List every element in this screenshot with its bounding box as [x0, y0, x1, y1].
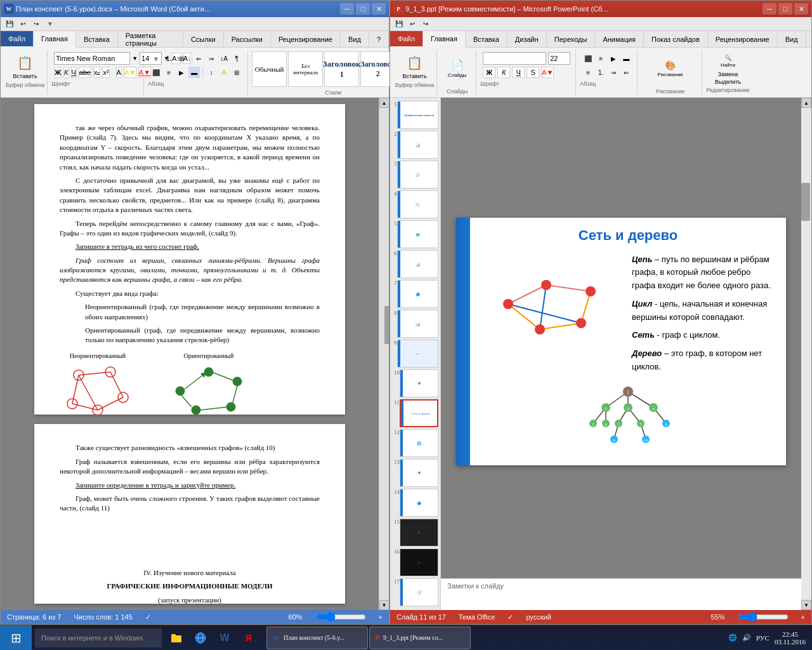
slide-thumb-9[interactable]: ─	[397, 340, 439, 368]
slide-thumb-4[interactable]: 📉	[397, 190, 439, 218]
pp-tab-view[interactable]: Вид	[778, 31, 806, 48]
taskbar-word-icon[interactable]: W	[213, 627, 236, 649]
pp-align-left-btn[interactable]: ⬛	[582, 53, 594, 64]
taskbar-yandex-icon[interactable]: Я	[237, 627, 260, 649]
word-sort-btn[interactable]: ↕A	[218, 53, 230, 64]
slide-thumb-16[interactable]: ■	[400, 548, 438, 576]
slide-thumb-13[interactable]: 👁	[400, 459, 438, 487]
word-underline-btn[interactable]: Ч	[71, 67, 77, 78]
word-scroll-thumb[interactable]	[384, 306, 390, 344]
word-font-name[interactable]	[54, 52, 130, 65]
slide-thumb-3[interactable]: 📈	[397, 161, 439, 189]
word-justify-btn[interactable]: ▬	[188, 67, 200, 78]
pp-replace-btn[interactable]: Замена	[716, 70, 740, 78]
pp-font-size[interactable]	[548, 52, 570, 65]
word-linespace-btn[interactable]: ↕	[206, 67, 217, 78]
taskbar-search[interactable]: Поиск в интернете и в Windows	[35, 628, 162, 647]
pp-italic-btn[interactable]: К	[497, 67, 510, 78]
pp-undo-btn[interactable]: ↩	[407, 18, 418, 30]
start-button[interactable]: ⊞	[0, 625, 32, 651]
pp-tab-insert[interactable]: Вставка	[466, 31, 508, 48]
word-align-left-btn[interactable]: ⬛	[150, 67, 162, 78]
pp-zoom-slider[interactable]	[738, 612, 789, 622]
word-sup-btn[interactable]: x²	[102, 67, 109, 78]
pp-notes-area[interactable]: Заметки к слайду	[441, 578, 801, 610]
slide-thumb-7[interactable]: 🔷	[397, 280, 439, 308]
word-redo-btn[interactable]: ↪	[30, 18, 42, 30]
taskbar-network-icon[interactable]: 🌐	[728, 633, 737, 642]
word-tab-view[interactable]: Вид	[341, 31, 369, 48]
pp-paste-btn[interactable]: 📋 Вставить	[401, 53, 429, 81]
slide-thumb-17[interactable]: 📝	[400, 578, 438, 606]
word-strikethrough-btn[interactable]: abe	[79, 67, 91, 78]
word-tab-mail[interactable]: Рассылки	[224, 31, 271, 48]
word-numbering-btn[interactable]: 1.	[163, 53, 174, 64]
pp-align-center-btn[interactable]: ≡	[595, 53, 606, 64]
style-h1[interactable]: Заголовок 1	[324, 51, 359, 87]
word-tab-help[interactable]: ?	[369, 31, 389, 48]
slide-thumb-15[interactable]: ■	[400, 519, 438, 547]
slide-thumb-11[interactable]: Сеть и дерево	[400, 399, 438, 427]
word-zoom-plus[interactable]: +	[379, 613, 383, 621]
word-borders-btn[interactable]: ⊞	[231, 67, 242, 78]
pp-tab-anim[interactable]: Анимация	[595, 31, 644, 48]
pp-tab-file[interactable]: Файл	[390, 31, 423, 48]
taskbar-browser-icon[interactable]	[189, 627, 212, 649]
slide-thumb-6[interactable]: 📊	[397, 250, 439, 278]
pp-arrange-btn[interactable]: 🎨 Рисование	[658, 51, 683, 86]
pp-tab-review[interactable]: Рецензирование	[708, 31, 778, 48]
pp-scroll-track[interactable]	[801, 108, 811, 600]
word-highlight-btn[interactable]: A▼	[124, 67, 136, 78]
word-zoom-slider[interactable]	[315, 612, 366, 622]
slide-thumb-10[interactable]: 👁	[400, 369, 438, 397]
pp-restore-btn[interactable]: □	[778, 3, 792, 15]
word-bullets-btn[interactable]: ≡	[150, 53, 162, 64]
word-scroll-down-btn[interactable]: ▼	[379, 600, 390, 610]
slide-thumb-14[interactable]: 🔷	[400, 489, 438, 517]
pp-shadow-btn[interactable]: S	[527, 67, 539, 78]
word-align-right-btn[interactable]: ▶	[176, 67, 187, 78]
slide-thumb-8[interactable]: 📊	[397, 310, 439, 338]
pp-fontcolor-btn[interactable]: A▼	[541, 67, 554, 78]
pp-outdent-btn[interactable]: ⇐	[620, 67, 632, 78]
pp-save-btn[interactable]: 💾	[393, 18, 405, 30]
word-outdent-btn[interactable]: ⇐	[193, 53, 204, 64]
word-multilevel-btn[interactable]: ⊞	[176, 53, 187, 64]
pp-current-slide[interactable]: Сеть и дерево	[456, 218, 786, 465]
pp-bullets-btn[interactable]: ≡	[582, 67, 594, 78]
taskbar-word-app[interactable]: W План конспект (5-6.у...	[266, 627, 368, 649]
word-tab-layout[interactable]: Разметка страницы	[118, 31, 183, 48]
word-restore-btn[interactable]: □	[356, 3, 370, 15]
pp-indent-btn[interactable]: ⇒	[608, 67, 619, 78]
pp-tab-design[interactable]: Дизайн	[508, 31, 547, 48]
word-paste-btn[interactable]: 📋 Вставить	[11, 53, 39, 81]
pp-tab-transitions[interactable]: Переходы	[547, 31, 596, 48]
word-doc-scroll[interactable]: так же через обычный график, можно охара…	[1, 98, 379, 610]
slide-thumb-2[interactable]: 📊	[397, 131, 439, 159]
slide-thumb-12[interactable]: 🌐	[400, 429, 438, 457]
word-align-center-btn[interactable]: ≡	[163, 67, 174, 78]
pp-tab-home[interactable]: Главная	[423, 31, 466, 48]
pp-tab-show[interactable]: Показ слайдов	[644, 31, 708, 48]
slide-thumb-1[interactable]: Графические модели	[397, 101, 439, 129]
word-indent-btn[interactable]: ⇒	[206, 53, 217, 64]
pp-bold-btn[interactable]: Ж	[483, 67, 495, 78]
word-undo-btn[interactable]: ↩	[17, 18, 29, 30]
word-minimize-btn[interactable]: ─	[340, 3, 354, 15]
pp-close-btn[interactable]: ✕	[794, 3, 808, 15]
word-tab-home[interactable]: Главная	[34, 31, 76, 48]
pp-find-btn[interactable]: 🔍Найти	[715, 51, 740, 70]
pp-align-right-btn[interactable]: ▶	[608, 53, 619, 64]
pp-scroll-up[interactable]: ▲	[801, 98, 811, 108]
word-sub-btn[interactable]: x₂	[93, 67, 101, 78]
taskbar-volume-icon[interactable]: 🔊	[742, 633, 751, 642]
pp-underline-btn[interactable]: Ч	[512, 67, 525, 78]
pp-font-name[interactable]	[483, 52, 546, 65]
taskbar-pp-app[interactable]: P 9_1_3.ppt [Режим со...	[369, 627, 471, 649]
word-italic-btn[interactable]: К	[63, 67, 69, 78]
word-tab-refs[interactable]: Ссылки	[183, 31, 224, 48]
pp-redo-btn[interactable]: ↪	[420, 18, 431, 30]
word-tab-file[interactable]: Файл	[1, 31, 34, 48]
pp-select-btn[interactable]: Выделить	[713, 78, 743, 86]
word-bold-btn[interactable]: Ж	[54, 67, 62, 78]
